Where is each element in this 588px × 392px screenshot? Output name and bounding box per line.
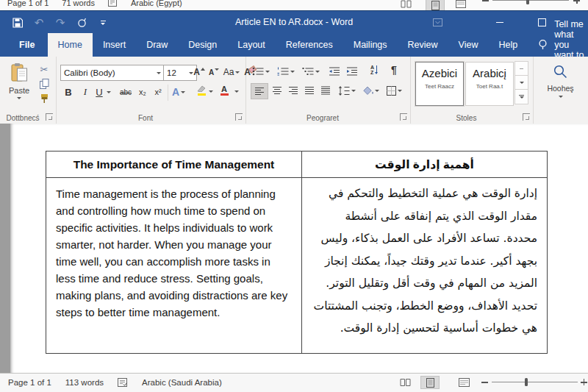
- tab-home[interactable]: Home: [48, 33, 93, 57]
- tab-design[interactable]: Design: [178, 33, 227, 57]
- text-effects-letter: A: [172, 86, 179, 98]
- change-case-button[interactable]: Aa: [222, 65, 241, 79]
- numbering-button[interactable]: [276, 64, 295, 79]
- bg-language-indicator[interactable]: Arabic (Egypt): [131, 0, 182, 7]
- table-body-row: Time management is the process of planni…: [46, 178, 547, 353]
- tab-view[interactable]: View: [448, 33, 489, 57]
- multilevel-list-button[interactable]: [301, 64, 320, 79]
- paste-clipboard-icon: [11, 63, 28, 84]
- document-table[interactable]: The Importance of Time Management أهمية …: [46, 151, 548, 354]
- line-spacing-button[interactable]: [337, 83, 357, 98]
- align-left-button[interactable]: [251, 83, 268, 99]
- tab-review[interactable]: Review: [398, 33, 448, 57]
- show-paragraph-marks-button[interactable]: ¶: [387, 63, 401, 77]
- font-color-button[interactable]: A: [215, 83, 234, 98]
- font-name-combo[interactable]: Calibri (Body): [60, 65, 165, 81]
- bullets-button[interactable]: [251, 64, 270, 79]
- font-dialog-launcher-icon[interactable]: [235, 113, 243, 121]
- paste-button[interactable]: Paste: [4, 63, 35, 99]
- subscript-button[interactable]: x₂: [135, 85, 150, 99]
- table-body-arabic[interactable]: إدارة الوقت هي عملية التخطيط والتحكم في …: [302, 178, 547, 353]
- shrink-font-button[interactable]: A: [207, 65, 220, 79]
- justify-button[interactable]: [301, 83, 318, 98]
- font-color-chevron-icon[interactable]: [234, 90, 239, 93]
- web-layout-button[interactable]: [454, 376, 473, 389]
- tab-mailings[interactable]: Mailings: [343, 33, 398, 57]
- increase-indent-button[interactable]: [344, 64, 360, 79]
- bg-zoom-slider-thumb[interactable]: [526, 0, 529, 4]
- zoom-in-button-v: [584, 379, 585, 385]
- sort-a-letter: A: [370, 65, 374, 70]
- highlight-chevron-icon[interactable]: [209, 90, 213, 93]
- bold-button[interactable]: B: [62, 85, 74, 99]
- language-indicator[interactable]: Arabic (Saudi Arabia): [142, 378, 222, 387]
- borders-button[interactable]: [384, 83, 404, 98]
- bg-printlayout-icon[interactable]: [426, 0, 445, 11]
- cut-icon[interactable]: ✂: [37, 62, 51, 76]
- distribute-button[interactable]: [318, 83, 334, 98]
- styles-dialog-launcher-icon[interactable]: [523, 113, 530, 121]
- sort-button[interactable]: A Z: [366, 63, 382, 77]
- align-right-button[interactable]: [285, 83, 301, 98]
- bg-zoom-slider-track[interactable]: [492, 0, 569, 1]
- paragraph-dialog-launcher-icon[interactable]: [400, 113, 407, 121]
- zoom-slider-thumb[interactable]: [525, 378, 528, 386]
- styles-scroll-down-icon[interactable]: [514, 75, 528, 90]
- shading-button[interactable]: [360, 83, 381, 98]
- italic-button[interactable]: I: [80, 85, 90, 99]
- bg-zoom-in-button-v: [576, 0, 578, 4]
- page-indicator[interactable]: Page 1 of 1: [8, 378, 51, 387]
- bg-page-indicator[interactable]: Page 1 of 1: [7, 0, 49, 7]
- bg-weblayout-icon[interactable]: [456, 0, 467, 10]
- text-effects-button[interactable]: A: [171, 85, 187, 99]
- tab-layout[interactable]: Layout: [227, 33, 276, 57]
- superscript-button[interactable]: x²: [151, 85, 165, 99]
- tab-draw[interactable]: Draw: [136, 33, 178, 57]
- tab-references[interactable]: References: [276, 33, 343, 57]
- zoom-slider-track[interactable]: [492, 382, 578, 382]
- tab-file[interactable]: File: [7, 33, 48, 57]
- underline-chevron-icon[interactable]: [105, 85, 112, 99]
- font-color-bar: [220, 93, 229, 96]
- underline-button[interactable]: U: [93, 85, 105, 99]
- maximize-button[interactable]: [531, 11, 553, 34]
- table-header-english[interactable]: The Importance of Time Management: [46, 152, 302, 177]
- editing-button[interactable]: Hooheş: [533, 64, 588, 98]
- strikethrough-button[interactable]: abc: [117, 85, 135, 99]
- titlebar: ↶ ↷ Article EN to AR.docx - Word: [0, 10, 588, 34]
- style-card-normal[interactable]: Azebici Teet Raacz: [415, 62, 464, 106]
- format-painter-icon[interactable]: [37, 91, 51, 106]
- bg-proofing-icon[interactable]: [108, 0, 118, 7]
- word-count[interactable]: 113 words: [65, 378, 104, 387]
- print-layout-button[interactable]: [420, 376, 440, 389]
- tab-help[interactable]: Help: [488, 33, 528, 57]
- ribbon-display-options-icon[interactable]: [426, 11, 448, 34]
- bg-zoom-out-button[interactable]: [482, 0, 489, 1]
- read-mode-button[interactable]: [395, 376, 415, 389]
- bg-word-count[interactable]: 71 words: [62, 0, 95, 7]
- styles-scroll-up-icon[interactable]: [514, 61, 528, 76]
- ribbon: Paste ✂ Dottbnecś Calibri (Body) 12 A: [0, 57, 588, 124]
- decrease-indent-button[interactable]: [326, 64, 343, 79]
- align-center-button[interactable]: [269, 83, 285, 98]
- editing-group: Hooheş: [533, 57, 588, 124]
- tell-me-box[interactable]: Tell me what you want to do: [538, 33, 588, 57]
- bg-readmode-icon[interactable]: [401, 0, 412, 10]
- clipboard-dialog-launcher-icon[interactable]: [46, 113, 53, 121]
- style-card-arabic[interactable]: Arabicį Toet Raa.t: [465, 62, 514, 106]
- table-body-english[interactable]: Time management is the process of planni…: [46, 178, 302, 353]
- zoom-out-button[interactable]: [481, 382, 488, 383]
- minimize-button[interactable]: [489, 11, 511, 34]
- document-page[interactable]: The Importance of Time Management أهمية …: [10, 124, 588, 374]
- grow-font-button[interactable]: A: [193, 65, 206, 79]
- styles-more-icon[interactable]: [514, 89, 528, 104]
- proofing-icon[interactable]: [118, 378, 128, 388]
- paragraph-group-label: Peograret: [245, 114, 400, 122]
- table-header-arabic[interactable]: أهمية إدارة الوقت: [302, 152, 547, 177]
- copy-icon[interactable]: [37, 76, 51, 91]
- style-card-arabic-title: Arabicį: [466, 67, 513, 79]
- word-application-window: Page 1 of 1 71 words Arabic (Egypt) ↶ ↷: [0, 0, 588, 392]
- style-card-arabic-sub: Toet Raa.t: [466, 83, 513, 90]
- tab-insert[interactable]: Insert: [93, 33, 136, 57]
- background-window-statusbar: Page 1 of 1 71 words Arabic (Egypt): [0, 0, 588, 11]
